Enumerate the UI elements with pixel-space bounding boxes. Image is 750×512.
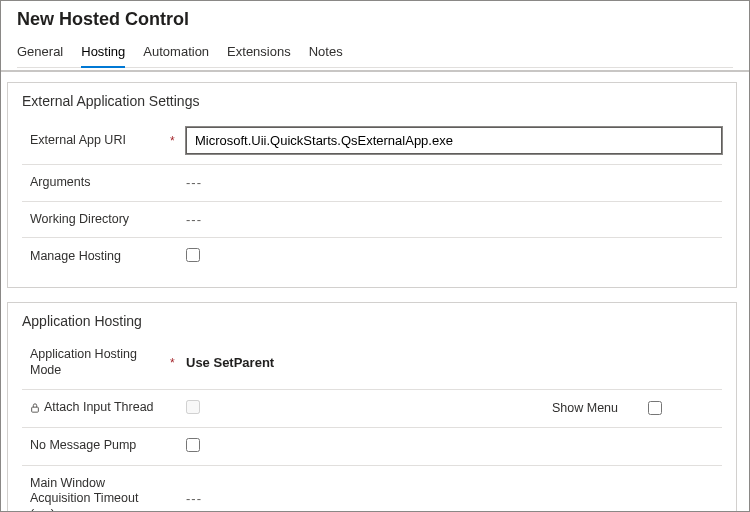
- field-label: No Message Pump: [22, 438, 162, 454]
- field-manage-hosting: Manage Hosting: [22, 238, 722, 275]
- section-application-hosting: Application Hosting Application Hosting …: [7, 302, 737, 512]
- section-external-application-settings: External Application Settings External A…: [7, 82, 737, 288]
- field-arguments: Arguments ---: [22, 165, 722, 202]
- field-label: Application Hosting Mode: [22, 347, 162, 378]
- field-hosting-mode: Application Hosting Mode * Use SetParent: [22, 337, 722, 389]
- label-text: Attach Input Thread: [44, 400, 154, 416]
- manage-hosting-checkbox[interactable]: [186, 248, 200, 262]
- tab-automation[interactable]: Automation: [143, 38, 209, 67]
- form-scroll-area[interactable]: External Application Settings External A…: [1, 70, 749, 512]
- tab-extensions[interactable]: Extensions: [227, 38, 291, 67]
- field-main-window-timeout: Main Window Acquisition Timeout (ms) ---: [22, 466, 722, 513]
- tab-bar: General Hosting Automation Extensions No…: [17, 38, 733, 68]
- required-indicator: *: [170, 356, 178, 370]
- required-indicator: *: [170, 134, 178, 148]
- tab-notes[interactable]: Notes: [309, 38, 343, 67]
- field-label: Working Directory: [22, 212, 162, 228]
- field-working-directory: Working Directory ---: [22, 202, 722, 239]
- section-title: External Application Settings: [22, 93, 722, 109]
- hosting-mode-value[interactable]: Use SetParent: [186, 355, 722, 370]
- page-title: New Hosted Control: [17, 9, 733, 30]
- show-menu-label: Show Menu: [552, 401, 618, 415]
- tab-general[interactable]: General: [17, 38, 63, 67]
- working-directory-value[interactable]: ---: [186, 212, 722, 227]
- field-external-app-uri: External App URI *: [22, 117, 722, 165]
- tab-hosting[interactable]: Hosting: [81, 38, 125, 67]
- field-no-message-pump: No Message Pump: [22, 428, 722, 466]
- field-label-attach-input-thread: Attach Input Thread: [22, 400, 162, 416]
- timeout-value[interactable]: ---: [186, 491, 722, 506]
- no-message-pump-checkbox[interactable]: [186, 438, 200, 452]
- attach-input-thread-checkbox: [186, 400, 200, 414]
- show-menu-checkbox[interactable]: [648, 401, 662, 415]
- arguments-value[interactable]: ---: [186, 175, 722, 190]
- lock-icon: [30, 402, 40, 414]
- field-label: Main Window Acquisition Timeout (ms): [22, 476, 162, 513]
- field-label: External App URI: [22, 133, 162, 149]
- section-title: Application Hosting: [22, 313, 722, 329]
- field-attach-input-thread-row: Attach Input Thread Show Menu: [22, 390, 722, 428]
- field-label: Manage Hosting: [22, 249, 162, 265]
- field-label: Arguments: [22, 175, 162, 191]
- svg-rect-0: [32, 407, 39, 412]
- external-app-uri-input[interactable]: [186, 127, 722, 154]
